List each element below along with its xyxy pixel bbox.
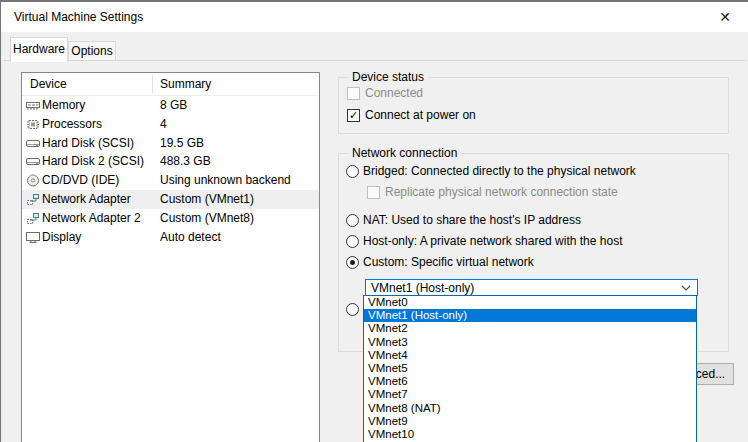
device-rows: Memory8 GBProcessors4Hard Disk (SCSI)19.… xyxy=(22,96,319,246)
device-name: Hard Disk (SCSI) xyxy=(42,136,134,150)
network-icon xyxy=(26,212,40,225)
device-summary: Custom (VMnet1) xyxy=(160,192,254,206)
custom-radio[interactable] xyxy=(346,256,359,269)
device-summary: Auto detect xyxy=(160,230,221,244)
dialog-body: Hardware Options Device Summary Memory8 … xyxy=(1,32,748,442)
column-separator xyxy=(152,75,153,93)
network-icon xyxy=(26,193,40,206)
cd-dvd-icon xyxy=(26,174,40,187)
dropdown-item[interactable]: VMnet9 xyxy=(364,415,696,428)
vmnet-combobox[interactable]: VMnet1 (Host-only) xyxy=(365,279,698,296)
device-summary: Custom (VMnet8) xyxy=(160,211,254,225)
device-list-header: Device Summary xyxy=(22,73,319,95)
display-icon xyxy=(26,231,40,244)
nat-radio[interactable] xyxy=(346,214,359,227)
device-name: Processors xyxy=(42,117,102,131)
dropdown-item[interactable]: VMnet5 xyxy=(364,362,696,375)
device-status-title: Device status xyxy=(348,70,428,84)
bridged-label: Bridged: Connected directly to the physi… xyxy=(363,164,636,178)
device-status-group: Device status Connected ✓ Connect at pow… xyxy=(338,77,729,134)
bridged-radio[interactable] xyxy=(346,165,359,178)
dropdown-item[interactable]: VMnet7 xyxy=(364,388,696,401)
dropdown-item[interactable]: VMnet2 xyxy=(364,322,696,335)
device-name: Memory xyxy=(42,98,85,112)
device-row[interactable]: Network Adapter 2Custom (VMnet8) xyxy=(22,209,319,228)
dialog-title: Virtual Machine Settings xyxy=(14,2,143,32)
tab-options[interactable]: Options xyxy=(68,41,116,61)
dropdown-item[interactable]: VMnet3 xyxy=(364,336,696,349)
host-only-radio[interactable] xyxy=(346,235,359,248)
vmnet-combobox-value: VMnet1 (Host-only) xyxy=(371,281,474,295)
dropdown-item[interactable]: VMnet8 (NAT) xyxy=(364,402,696,415)
dropdown-item[interactable]: VMnet1 (Host-only) xyxy=(364,309,696,322)
column-header-device[interactable]: Device xyxy=(30,77,67,91)
host-only-label: Host-only: A private network shared with… xyxy=(363,234,622,248)
chevron-down-icon xyxy=(681,285,691,291)
device-row[interactable]: Hard Disk 2 (SCSI)488.3 GB xyxy=(22,152,319,171)
titlebar: Virtual Machine Settings ✕ xyxy=(1,2,748,32)
connect-at-power-on-checkbox[interactable]: ✓ xyxy=(347,109,360,122)
connected-checkbox[interactable] xyxy=(347,87,360,100)
device-name: Display xyxy=(42,230,81,244)
lan-segment-radio[interactable] xyxy=(346,303,359,316)
device-list: Device Summary Memory8 GBProcessors4Hard… xyxy=(21,72,320,442)
device-row[interactable]: Hard Disk (SCSI)19.5 GB xyxy=(22,134,319,153)
vm-settings-dialog: Virtual Machine Settings ✕ Hardware Opti… xyxy=(0,0,748,442)
device-summary: 19.5 GB xyxy=(160,136,204,150)
device-summary: Using unknown backend xyxy=(160,173,291,187)
vmnet-dropdown-list: VMnet0VMnet1 (Host-only)VMnet2VMnet3VMne… xyxy=(363,295,697,442)
device-name: Hard Disk 2 (SCSI) xyxy=(42,154,144,168)
connected-label: Connected xyxy=(365,86,423,100)
device-row[interactable]: Processors4 xyxy=(22,115,319,134)
device-summary: 488.3 GB xyxy=(160,154,211,168)
hard-disk-icon xyxy=(26,137,40,150)
close-icon[interactable]: ✕ xyxy=(712,2,738,32)
processor-icon xyxy=(26,118,40,131)
device-row[interactable]: Network AdapterCustom (VMnet1) xyxy=(22,190,319,209)
hard-disk-icon xyxy=(26,155,40,168)
memory-icon xyxy=(26,99,40,112)
device-row[interactable]: CD/DVD (IDE)Using unknown backend xyxy=(22,171,319,190)
dropdown-item[interactable]: VMnet4 xyxy=(364,349,696,362)
device-name: Network Adapter 2 xyxy=(42,211,141,225)
device-row[interactable]: Memory8 GB xyxy=(22,96,319,115)
tab-hardware[interactable]: Hardware xyxy=(10,37,68,62)
dropdown-item[interactable]: VMnet0 xyxy=(364,296,696,309)
dropdown-item[interactable]: VMnet6 xyxy=(364,375,696,388)
device-row[interactable]: DisplayAuto detect xyxy=(22,228,319,247)
device-name: Network Adapter xyxy=(42,192,131,206)
custom-label: Custom: Specific virtual network xyxy=(363,255,534,269)
device-summary: 8 GB xyxy=(160,98,187,112)
connect-at-power-on-label: Connect at power on xyxy=(365,108,476,122)
replicate-checkbox[interactable] xyxy=(367,186,380,199)
column-header-summary[interactable]: Summary xyxy=(160,77,211,91)
dropdown-item[interactable]: VMnet10 xyxy=(364,428,696,441)
network-connection-title: Network connection xyxy=(348,146,461,160)
check-icon: ✓ xyxy=(349,109,358,121)
nat-label: NAT: Used to share the host's IP address xyxy=(363,213,581,227)
device-summary: 4 xyxy=(160,117,167,131)
device-name: CD/DVD (IDE) xyxy=(42,173,119,187)
replicate-label: Replicate physical network connection st… xyxy=(385,185,618,199)
